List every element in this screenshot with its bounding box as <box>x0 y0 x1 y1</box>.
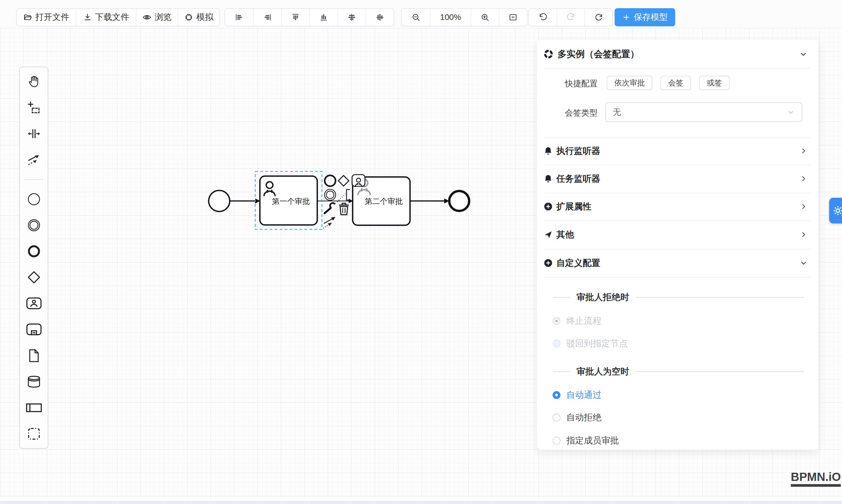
zoom-in-icon <box>480 13 490 22</box>
reset-button[interactable] <box>584 9 612 26</box>
plus-circle-icon <box>543 202 553 211</box>
align-left-icon <box>235 13 244 22</box>
participant-icon <box>26 402 42 413</box>
top-toolbar: 打开文件 下载文件 浏览 模拟 <box>0 0 842 28</box>
zoom-in-button[interactable] <box>471 9 499 26</box>
divider <box>553 371 570 372</box>
space-tool-icon <box>27 127 41 140</box>
divider <box>545 220 811 221</box>
zoom-out-icon <box>411 13 421 22</box>
global-connect-tool[interactable] <box>25 153 42 166</box>
history-button-group <box>528 8 613 26</box>
lasso-tool[interactable] <box>25 101 42 114</box>
undo-icon <box>538 13 548 22</box>
panel-title: 多实例（会签配置） <box>558 48 795 60</box>
preview-label: 浏览 <box>155 12 172 23</box>
radio-auto-reject[interactable]: 自动拒绝 <box>537 412 818 422</box>
align-top-button[interactable] <box>281 9 309 26</box>
reject-group-title: 审批人拒绝时 <box>577 291 629 303</box>
align-center-horizontal-button[interactable] <box>337 9 366 26</box>
open-file-label: 打开文件 <box>35 12 69 23</box>
zoom-level[interactable]: 100% <box>430 9 471 26</box>
sign-type-value: 无 <box>613 107 787 118</box>
divider <box>545 68 811 69</box>
plus-circle-icon <box>543 258 553 268</box>
quick-option-orsign[interactable]: 或签 <box>699 76 730 90</box>
hand-icon <box>27 75 41 88</box>
palette-separator <box>24 179 43 180</box>
eye-icon <box>142 13 151 22</box>
section-task-listener[interactable]: 任务监听器 <box>537 170 818 188</box>
create-end-event[interactable] <box>25 245 42 258</box>
create-data-object[interactable] <box>25 349 42 362</box>
bpmn-io-logo[interactable]: BPMN.iO <box>791 470 841 487</box>
align-right-button[interactable] <box>253 9 281 26</box>
gear-icon <box>832 205 842 216</box>
create-start-event[interactable] <box>25 193 42 206</box>
reject-group-header: 审批人拒绝时 <box>537 292 818 303</box>
sign-type-label: 会签类型 <box>537 107 598 119</box>
section-other[interactable]: 其他 <box>537 226 818 244</box>
divider <box>545 138 811 138</box>
radio-return-to-node[interactable]: 驳回到指定节点 <box>537 339 818 348</box>
preview-button[interactable]: 浏览 <box>136 9 178 26</box>
create-subprocess[interactable] <box>25 323 42 336</box>
reset-icon <box>594 13 603 22</box>
end-event-icon <box>27 245 41 258</box>
section-execution-listener[interactable]: 执行监听器 <box>537 142 818 160</box>
zoom-out-button[interactable] <box>402 9 430 26</box>
align-left-button[interactable] <box>225 9 253 26</box>
create-user-task[interactable] <box>25 296 42 310</box>
align-right-icon <box>263 13 272 22</box>
align-bottom-icon <box>319 13 328 22</box>
connect-icon <box>27 153 41 166</box>
align-center-vertical-button[interactable] <box>366 9 393 26</box>
group-icon <box>27 427 41 440</box>
chevron-down-icon <box>799 50 808 58</box>
quick-option-countersign[interactable]: 会签 <box>661 76 691 90</box>
section-extension-properties[interactable]: 扩展属性 <box>537 197 818 216</box>
fit-screen-button[interactable] <box>499 9 527 26</box>
start-event-icon <box>27 193 41 206</box>
user-task-icon <box>26 297 42 310</box>
bell-icon <box>543 146 553 156</box>
sign-type-row: 会签类型 无 <box>537 102 818 122</box>
bpmn-designer-app: { "toolbar": { "file_group": [ { "icon":… <box>0 0 842 504</box>
send-icon <box>543 230 553 239</box>
sign-type-select[interactable]: 无 <box>605 102 802 122</box>
radio-assign-member[interactable]: 指定成员审批 <box>537 435 818 446</box>
data-store-icon <box>27 375 41 388</box>
chip-icon <box>185 13 193 22</box>
settings-tab[interactable] <box>829 198 842 223</box>
hand-tool[interactable] <box>25 75 42 88</box>
zoom-level-value: 100% <box>440 13 461 22</box>
data-object-icon <box>28 349 40 362</box>
redo-button[interactable] <box>557 9 584 26</box>
quick-config-label: 快捷配置 <box>537 78 598 89</box>
save-model-label: 保存模型 <box>634 12 668 23</box>
simulate-button[interactable]: 模拟 <box>178 9 220 26</box>
space-tool[interactable] <box>25 127 42 140</box>
subprocess-icon <box>26 323 42 336</box>
radio-auto-pass[interactable]: 自动通过 <box>537 390 818 400</box>
chevron-right-icon <box>800 175 808 183</box>
quick-option-sequential[interactable]: 依次审批 <box>607 76 652 90</box>
create-intermediate-event[interactable] <box>25 218 42 232</box>
create-group[interactable] <box>25 427 42 440</box>
empty-group-header: 审批人为空时 <box>537 366 818 377</box>
divider <box>545 193 811 193</box>
open-file-button[interactable]: 打开文件 <box>17 9 76 26</box>
download-file-button[interactable]: 下载文件 <box>76 9 136 26</box>
chevron-right-icon <box>800 147 808 155</box>
create-gateway[interactable] <box>25 271 42 284</box>
create-data-store[interactable] <box>25 375 42 389</box>
radio-terminate-process[interactable]: 终止流程 <box>537 316 818 326</box>
plus-icon <box>622 13 630 21</box>
section-custom-config[interactable]: 自定义配置 <box>537 254 818 272</box>
create-participant[interactable] <box>25 401 42 414</box>
panel-header[interactable]: 多实例（会签配置） <box>537 45 818 63</box>
save-model-button[interactable]: 保存模型 <box>615 8 675 26</box>
undo-button[interactable] <box>529 9 557 26</box>
divider <box>553 297 570 298</box>
align-bottom-button[interactable] <box>309 9 337 26</box>
